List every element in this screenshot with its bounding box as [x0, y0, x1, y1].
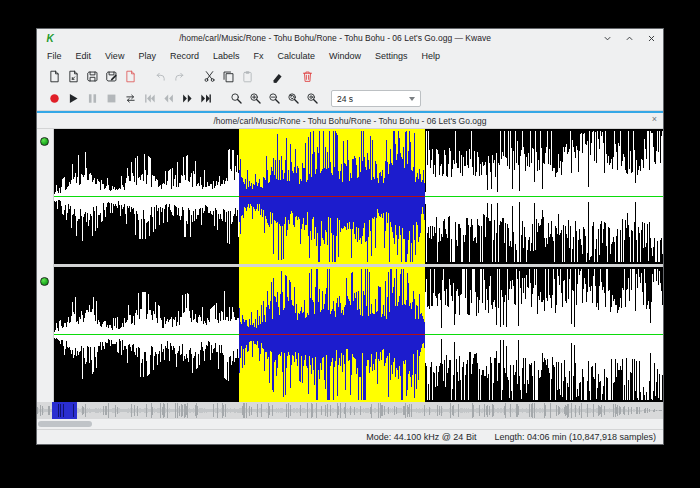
seek-forward-button[interactable] — [178, 89, 197, 108]
zoom-out-button[interactable] — [265, 89, 284, 108]
zoom-selection-icon — [230, 92, 243, 105]
scrollbar-handle[interactable] — [38, 421, 92, 427]
window-titlebar[interactable]: K /home/carl/Music/Rone - Tohu Bohu/Rone… — [37, 29, 663, 47]
subwindow-close-button[interactable]: × — [652, 114, 657, 124]
minimize-button[interactable] — [603, 29, 612, 47]
chevron-down-icon — [603, 34, 612, 43]
menu-item-file[interactable]: File — [40, 49, 69, 63]
paste-button[interactable] — [238, 67, 257, 86]
playback-buttons — [45, 89, 322, 108]
waveform-channel-1[interactable] — [54, 129, 663, 264]
overview-strip[interactable] — [37, 402, 663, 419]
signal-view — [37, 129, 663, 402]
file-toolbar — [37, 65, 663, 87]
copy-icon — [222, 70, 235, 83]
close-icon — [124, 70, 137, 83]
zoom-duration-combobox[interactable]: 24 s — [331, 90, 421, 107]
status-bar: Mode: 44.100 kHz @ 24 Bit Length: 04:06 … — [37, 429, 663, 444]
zoom-revert-button[interactable] — [284, 89, 303, 108]
menu-item-help[interactable]: Help — [415, 49, 448, 63]
zoom-all-icon — [306, 92, 319, 105]
kwave-app-icon: K — [44, 32, 56, 44]
status-length: Length: 04:06 min (10,847,918 samples) — [494, 432, 656, 442]
play-icon — [67, 92, 80, 105]
skip-forward-icon — [200, 92, 213, 105]
new-button[interactable] — [45, 67, 64, 86]
pause-icon — [86, 92, 99, 105]
subwindow-titlebar[interactable]: /home/carl/Music/Rone - Tohu Bohu/Rone -… — [37, 113, 663, 129]
save-button[interactable] — [83, 67, 102, 86]
kwave-main-window: K /home/carl/Music/Rone - Tohu Bohu/Rone… — [36, 28, 664, 445]
menu-bar: FileEditViewPlayRecordLabelsFxCalculateW… — [37, 47, 663, 65]
eraser-button[interactable] — [268, 67, 287, 86]
menu-item-labels[interactable]: Labels — [206, 49, 247, 63]
stop-icon — [105, 92, 118, 105]
chevron-down-icon — [409, 97, 415, 101]
window-title: /home/carl/Music/Rone - Tohu Bohu/Rone -… — [77, 33, 593, 43]
subwindow-title: /home/carl/Music/Rone - Tohu Bohu/Rone -… — [67, 116, 633, 126]
horizontal-scrollbar[interactable] — [37, 419, 663, 429]
menu-item-view[interactable]: View — [98, 49, 131, 63]
menu-item-settings[interactable]: Settings — [368, 49, 415, 63]
skip-backward-icon — [143, 92, 156, 105]
close-icon — [647, 34, 656, 43]
zoom-revert-icon — [287, 92, 300, 105]
seek-forward-icon — [181, 92, 194, 105]
waveform-channel-2[interactable] — [54, 267, 663, 402]
zoom-selection-button[interactable] — [227, 89, 246, 108]
play-button[interactable] — [64, 89, 83, 108]
undo-button[interactable] — [151, 67, 170, 86]
overview-waveform[interactable] — [37, 402, 663, 419]
seek-backward-icon — [162, 92, 175, 105]
close-button[interactable] — [647, 29, 656, 47]
close-button[interactable] — [121, 67, 140, 86]
copy-button[interactable] — [219, 67, 238, 86]
channel-controls-strip — [37, 129, 54, 402]
zoom-duration-value: 24 s — [337, 94, 353, 104]
skip-forward-button[interactable] — [197, 89, 216, 108]
chevron-up-icon — [625, 34, 634, 43]
menu-item-window[interactable]: Window — [322, 49, 368, 63]
desktop-background: K /home/carl/Music/Rone - Tohu Bohu/Rone… — [0, 0, 700, 488]
maximize-button[interactable] — [625, 29, 634, 47]
open-icon — [67, 70, 80, 83]
record-icon — [48, 92, 61, 105]
eraser-icon — [271, 70, 284, 83]
cut-button[interactable] — [200, 67, 219, 86]
redo-button[interactable] — [170, 67, 189, 86]
paste-icon — [241, 70, 254, 83]
menu-item-edit[interactable]: Edit — [69, 49, 99, 63]
new-icon — [48, 70, 61, 83]
save-as-button[interactable] — [102, 67, 121, 86]
playback-toolbar: 24 s — [37, 87, 663, 111]
zoom-out-icon — [268, 92, 281, 105]
delete-button[interactable] — [298, 67, 317, 86]
status-mode: Mode: 44.100 kHz @ 24 Bit — [366, 432, 476, 442]
menu-item-record[interactable]: Record — [163, 49, 206, 63]
save-icon — [86, 70, 99, 83]
pause-button[interactable] — [83, 89, 102, 108]
zoom-in-button[interactable] — [246, 89, 265, 108]
open-button[interactable] — [64, 67, 83, 86]
menu-item-play[interactable]: Play — [131, 49, 163, 63]
zoom-all-button[interactable] — [303, 89, 322, 108]
waveform-area[interactable] — [54, 129, 663, 402]
redo-icon — [173, 70, 186, 83]
loop-button[interactable] — [121, 89, 140, 108]
channel1-enabled-led[interactable] — [40, 137, 49, 146]
menu-item-fx[interactable]: Fx — [246, 49, 270, 63]
stop-button[interactable] — [102, 89, 121, 108]
menu-item-calculate[interactable]: Calculate — [270, 49, 322, 63]
skip-backward-button[interactable] — [140, 89, 159, 108]
channel2-enabled-led[interactable] — [40, 277, 49, 286]
delete-icon — [301, 70, 314, 83]
undo-icon — [154, 70, 167, 83]
record-button[interactable] — [45, 89, 64, 108]
save-as-icon — [105, 70, 118, 83]
zoom-in-icon — [249, 92, 262, 105]
seek-backward-button[interactable] — [159, 89, 178, 108]
loop-icon — [124, 92, 137, 105]
cut-icon — [203, 70, 216, 83]
